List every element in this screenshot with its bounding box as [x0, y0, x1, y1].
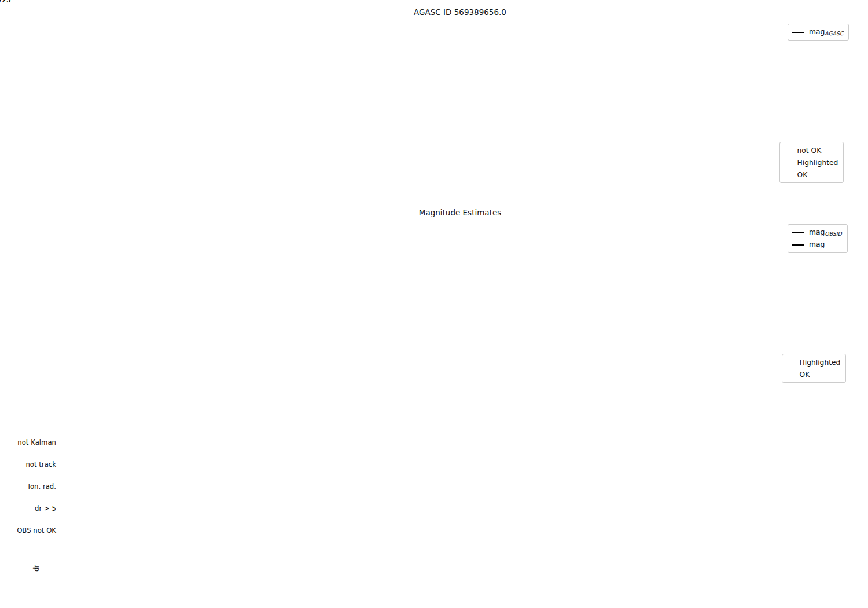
legend-mag-agasc: magAGASC	[788, 24, 849, 41]
obsid-label-43723: 43723	[0, 0, 11, 4]
row-label-obs-not-ok: OBS not OK	[0, 526, 56, 534]
legend-item-highlighted: Highlighted	[786, 356, 840, 368]
figure: AGASC ID 569389656.0 Magnitude Estimates…	[0, 0, 868, 608]
red-line-swatch	[792, 244, 804, 246]
legend-point-flags-mid: Highlighted OK	[782, 354, 846, 383]
legend-item-mag: mag	[792, 239, 842, 251]
orange-dot-swatch	[788, 161, 791, 164]
legend-item-mag-obsid: magOBSID	[792, 226, 842, 239]
red-dot-swatch	[788, 149, 791, 152]
dr-axis-label: dr	[32, 565, 41, 572]
row-label-ion-rad: Ion. rad.	[0, 482, 56, 490]
row-label-not-kalman: not Kalman	[0, 438, 56, 446]
black-dot-swatch	[790, 373, 793, 376]
orange-line-swatch	[792, 232, 804, 233]
legend-item-mag-agasc: magAGASC	[792, 26, 843, 38]
legend-mag-obsid: magOBSID mag	[788, 224, 848, 253]
orange-dot-swatch	[790, 361, 793, 364]
black-dot-swatch	[788, 173, 791, 177]
plot1-title: AGASC ID 569389656.0	[61, 8, 859, 17]
legend-item-ok: OK	[784, 169, 838, 181]
row-label-dr-gt-5: dr > 5	[0, 504, 56, 512]
row-label-not-track: not track	[0, 460, 56, 468]
legend-item-ok: OK	[786, 368, 840, 380]
legend-point-flags: not OK Highlighted OK	[779, 142, 844, 183]
plot2-title: Magnitude Estimates	[61, 208, 859, 217]
legend-item-highlighted: Highlighted	[784, 156, 838, 169]
legend-item-not-ok: not OK	[784, 144, 838, 156]
chart-canvas	[0, 0, 868, 608]
green-line-swatch	[792, 32, 804, 33]
